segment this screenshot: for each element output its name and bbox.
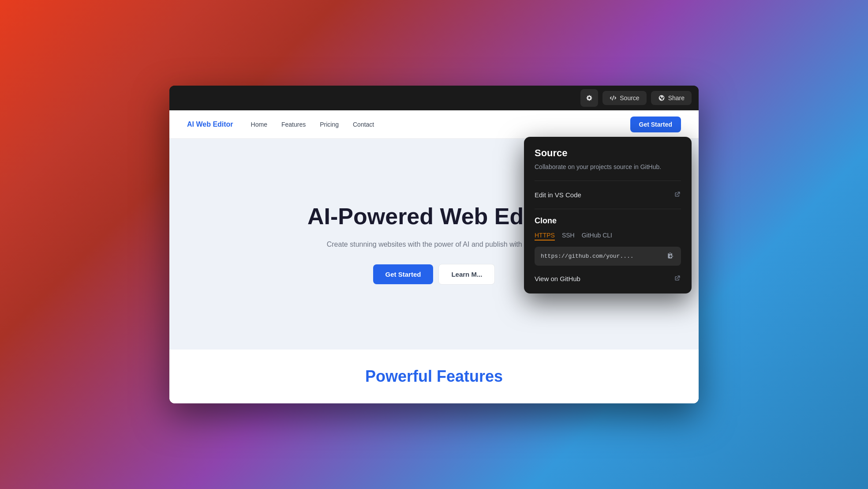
clone-title: Clone	[535, 216, 681, 226]
settings-button[interactable]	[580, 89, 598, 107]
nav-link-pricing[interactable]: Pricing	[320, 121, 339, 128]
share-button[interactable]: Share	[651, 91, 692, 105]
clone-url-row	[535, 247, 681, 266]
features-title: Powerful Features	[187, 367, 681, 386]
site-nav: AI Web Editor Home Features Pricing Cont…	[169, 110, 699, 139]
browser-content: AI Web Editor Home Features Pricing Cont…	[169, 110, 699, 403]
hero-title: AI-Powered Web Editor	[307, 203, 561, 230]
source-label: Source	[620, 94, 639, 102]
edit-vscode-label: Edit in VS Code	[535, 191, 581, 199]
share-label: Share	[668, 94, 685, 102]
hero-buttons: Get Started Learn M...	[373, 264, 495, 285]
view-github-label: View on GitHub	[535, 275, 580, 282]
nav-link-features[interactable]: Features	[281, 121, 306, 128]
clone-tabs: HTTPS SSH GitHub CLI	[535, 232, 681, 241]
features-section: Powerful Features	[169, 350, 699, 403]
nav-link-home[interactable]: Home	[251, 121, 267, 128]
external-link-icon-github	[674, 275, 681, 283]
nav-cta-button[interactable]: Get Started	[630, 117, 681, 132]
gear-icon	[586, 94, 593, 102]
divider-1	[535, 181, 681, 181]
browser-toolbar: Source Share	[169, 86, 699, 110]
site-logo: AI Web Editor	[187, 120, 233, 128]
code-icon	[610, 94, 617, 102]
nav-link-contact[interactable]: Contact	[353, 121, 374, 128]
source-dropdown-panel: Source Collaborate on your projects sour…	[524, 137, 692, 293]
clone-url-input[interactable]	[541, 253, 662, 260]
source-panel-title: Source	[535, 147, 681, 159]
hero-get-started-button[interactable]: Get Started	[373, 264, 434, 284]
globe-icon	[658, 94, 665, 102]
edit-vscode-row[interactable]: Edit in VS Code	[535, 188, 681, 202]
browser-window: Source Share AI Web Editor Home Features…	[169, 86, 699, 403]
copy-icon	[667, 252, 674, 259]
clone-tab-githubcli[interactable]: GitHub CLI	[582, 232, 612, 241]
source-button[interactable]: Source	[602, 91, 646, 105]
copy-url-button[interactable]	[666, 251, 675, 261]
clone-tab-ssh[interactable]: SSH	[562, 232, 575, 241]
clone-tab-https[interactable]: HTTPS	[535, 232, 555, 241]
divider-2	[535, 209, 681, 209]
view-github-row[interactable]: View on GitHub	[535, 275, 681, 283]
external-link-icon-vscode	[674, 191, 681, 199]
hero-subtitle: Create stunning websites with the power …	[327, 239, 542, 250]
hero-learn-more-button[interactable]: Learn M...	[438, 264, 495, 285]
source-panel-subtitle: Collaborate on your projects source in G…	[535, 162, 681, 172]
